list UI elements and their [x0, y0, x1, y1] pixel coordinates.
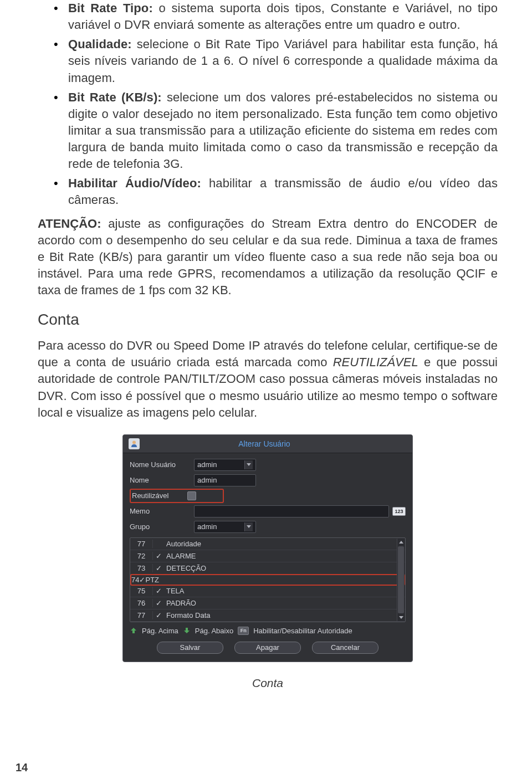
- dialog-buttons: Salvar Apagar Cancelar: [130, 642, 406, 656]
- perm-idx: 75: [130, 587, 153, 595]
- bullet-text: selecione o Bit Rate Tipo Variável para …: [68, 37, 498, 84]
- perm-row[interactable]: 75 ✓ TELA: [130, 585, 405, 597]
- group-value: admin: [197, 522, 242, 531]
- check-icon: ✓: [153, 599, 164, 607]
- page-down-icon[interactable]: [183, 627, 191, 634]
- save-button[interactable]: Salvar: [157, 642, 223, 654]
- check-icon: ✓: [153, 611, 164, 619]
- row-username: Nome Usuário admin: [130, 458, 406, 472]
- row-memo: Memo 123: [130, 504, 406, 519]
- name-input[interactable]: admin: [194, 474, 256, 486]
- label-group: Grupo: [130, 522, 194, 531]
- username-combo[interactable]: admin: [194, 459, 256, 471]
- attention-paragraph: ATENÇÃO: ajuste as configurações do Stre…: [38, 216, 498, 299]
- attention-text: ajuste as configurações do Stream Extra …: [38, 217, 498, 298]
- page-up-icon[interactable]: [130, 627, 137, 634]
- perm-name: PADRÃO: [164, 599, 405, 607]
- perm-name: Autoridade: [164, 540, 405, 548]
- feature-bullets: Bit Rate Tipo: o sistema suporta dois ti…: [38, 0, 498, 209]
- perm-row[interactable]: 77 ✓ Formato Data: [130, 609, 405, 622]
- bullet-bitrate-tipo: Bit Rate Tipo: o sistema suporta dois ti…: [68, 0, 498, 33]
- bullet-bitrate-kbs: Bit Rate (KB/s): selecione um dos valore…: [68, 89, 498, 173]
- scroll-up-icon[interactable]: [397, 539, 405, 546]
- check-icon: ✓: [153, 564, 164, 572]
- user-icon: [129, 438, 140, 449]
- perm-name: PTZ: [145, 576, 159, 584]
- check-icon: ✓: [153, 587, 164, 595]
- label-reusable: Reutilizável: [132, 491, 187, 500]
- perm-idx: 74: [131, 576, 139, 584]
- ime-indicator-icon[interactable]: 123: [392, 507, 406, 516]
- account-paragraph-em: REUTILIZÁVEL: [333, 355, 418, 369]
- check-icon: ✓: [153, 552, 164, 560]
- perm-name: DETECÇÃO: [164, 564, 405, 572]
- group-combo[interactable]: admin: [194, 521, 256, 533]
- perm-row-highlight-ptz[interactable]: 74 ✓ PTZ: [130, 574, 405, 586]
- perm-name: TELA: [164, 587, 405, 595]
- perm-row[interactable]: 72 ✓ ALARME: [130, 550, 405, 562]
- svg-point-0: [132, 440, 136, 444]
- scrollbar[interactable]: [397, 539, 405, 621]
- perm-idx: 73: [130, 564, 153, 572]
- perm-name: ALARME: [164, 552, 405, 560]
- perm-row[interactable]: 73 ✓ DETECÇÃO: [130, 562, 405, 575]
- scroll-thumb[interactable]: [398, 546, 404, 613]
- perm-row[interactable]: 76 ✓ PADRÃO: [130, 597, 405, 609]
- pager-down-label: Pág. Abaixo: [195, 627, 233, 635]
- row-name: Nome admin: [130, 473, 406, 488]
- perm-name: Formato Data: [164, 611, 405, 619]
- dialog-titlebar: Alterar Usuário: [123, 435, 412, 453]
- label-username: Nome Usuário: [130, 460, 194, 469]
- bullet-qualidade: Qualidade: selecione o Bit Rate Tipo Var…: [68, 36, 498, 86]
- chevron-down-icon[interactable]: [244, 460, 253, 469]
- perm-idx: 72: [130, 552, 153, 560]
- delete-button[interactable]: Apagar: [234, 642, 301, 654]
- pager-toggle-label: Habilitar/Desabilitar Autoridade: [253, 627, 352, 635]
- label-memo: Memo: [130, 507, 194, 515]
- fn-key-icon[interactable]: Fn: [238, 627, 249, 635]
- scroll-down-icon[interactable]: [397, 614, 405, 621]
- memo-input[interactable]: [194, 505, 389, 517]
- bullet-label: Habilitar Áudio/Vídeo:: [68, 176, 201, 190]
- row-group: Grupo admin: [130, 520, 406, 534]
- bullet-habilitar-av: Habilitar Áudio/Vídeo: habilitar a trans…: [68, 175, 498, 208]
- bullet-label: Qualidade:: [68, 37, 132, 51]
- chevron-down-icon[interactable]: [244, 522, 253, 531]
- row-reusable: Reutilizável: [130, 489, 406, 503]
- figure-caption: Conta: [38, 677, 498, 690]
- account-paragraph: Para acesso do DVR ou Speed Dome IP atra…: [38, 337, 498, 421]
- name-value: admin: [197, 476, 217, 484]
- check-icon: ✓: [139, 576, 145, 584]
- bullet-label: Bit Rate (KB/s):: [68, 90, 162, 104]
- perm-idx: 76: [130, 599, 153, 607]
- attention-label: ATENÇÃO:: [38, 217, 101, 230]
- perm-row[interactable]: 77 Autoridade: [130, 538, 405, 550]
- username-value: admin: [197, 460, 242, 469]
- reusable-checkbox[interactable]: [187, 491, 196, 500]
- page-number: 14: [16, 761, 28, 774]
- permissions-list[interactable]: 77 Autoridade 72 ✓ ALARME 73 ✓ DETECÇÃO: [130, 537, 406, 622]
- label-name: Nome: [130, 476, 194, 484]
- dialog-title: Alterar Usuário: [238, 439, 290, 448]
- alterar-usuario-dialog: Alterar Usuário Nome Usuário admin Nome …: [122, 434, 413, 662]
- section-heading-conta: Conta: [38, 311, 498, 329]
- cancel-button[interactable]: Cancelar: [312, 642, 378, 654]
- perm-idx: 77: [130, 611, 153, 619]
- pager-legend: Pág. Acima Pág. Abaixo Fn Habilitar/Desa…: [130, 627, 406, 635]
- bullet-label: Bit Rate Tipo:: [68, 1, 153, 15]
- pager-up-label: Pág. Acima: [142, 627, 178, 635]
- perm-idx: 77: [130, 540, 153, 548]
